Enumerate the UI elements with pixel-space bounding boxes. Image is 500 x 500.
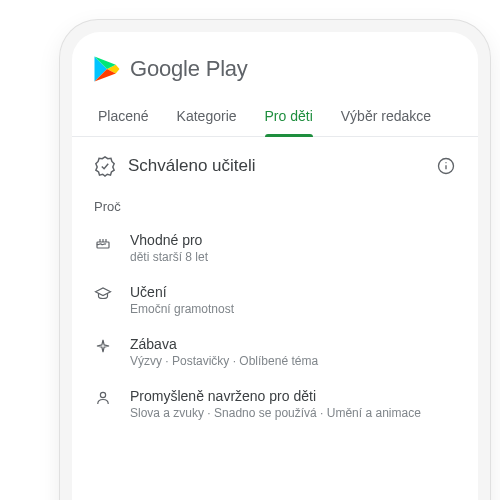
items-list: Vhodné proděti starší 8 letUčeníEmoční g… — [94, 232, 456, 420]
tab-3[interactable]: Výběr redakce — [327, 98, 445, 136]
tab-2[interactable]: Pro děti — [251, 98, 327, 136]
approved-row: Schváleno učiteli — [94, 155, 456, 177]
tab-0[interactable]: Placené — [84, 98, 163, 136]
list-item: Promyšleně navrženo pro dětiSlova a zvuk… — [94, 388, 456, 420]
grad-icon — [94, 284, 114, 303]
approved-title: Schváleno učiteli — [128, 156, 256, 176]
list-item: ZábavaVýzvy · Postavičky · Oblíbené téma — [94, 336, 456, 368]
approved-left: Schváleno učiteli — [94, 155, 256, 177]
item-body: UčeníEmoční gramotnost — [130, 284, 456, 316]
brand-label: Google Play — [130, 56, 248, 82]
list-item: Vhodné proděti starší 8 let — [94, 232, 456, 264]
header: Google Play — [72, 32, 478, 98]
info-icon[interactable] — [436, 156, 456, 176]
badge-icon — [94, 155, 116, 177]
item-subtitle: Výzvy · Postavičky · Oblíbené téma — [130, 354, 456, 368]
sparkle-icon — [94, 336, 114, 355]
item-subtitle: děti starší 8 let — [130, 250, 456, 264]
tabs: PlacenéKategoriePro dětiVýběr redakce — [72, 98, 478, 137]
item-body: Vhodné proděti starší 8 let — [130, 232, 456, 264]
cake-icon — [94, 232, 114, 251]
item-title: Zábava — [130, 336, 456, 352]
content: Schváleno učiteli Proč Vhodné proděti st… — [72, 137, 478, 500]
section-label: Proč — [94, 199, 456, 214]
svg-point-2 — [445, 162, 446, 163]
tab-1[interactable]: Kategorie — [163, 98, 251, 136]
person-icon — [94, 388, 114, 407]
item-body: Promyšleně navrženo pro dětiSlova a zvuk… — [130, 388, 456, 420]
item-title: Promyšleně navrženo pro děti — [130, 388, 456, 404]
item-subtitle: Emoční gramotnost — [130, 302, 456, 316]
phone-frame: Google Play PlacenéKategoriePro dětiVýbě… — [60, 20, 490, 500]
list-item: UčeníEmoční gramotnost — [94, 284, 456, 316]
google-play-icon — [92, 54, 122, 84]
item-body: ZábavaVýzvy · Postavičky · Oblíbené téma — [130, 336, 456, 368]
svg-point-7 — [100, 392, 105, 397]
item-title: Vhodné pro — [130, 232, 456, 248]
phone-screen: Google Play PlacenéKategoriePro dětiVýbě… — [72, 32, 478, 500]
item-subtitle: Slova a zvuky · Snadno se používá · Uměn… — [130, 406, 456, 420]
item-title: Učení — [130, 284, 456, 300]
